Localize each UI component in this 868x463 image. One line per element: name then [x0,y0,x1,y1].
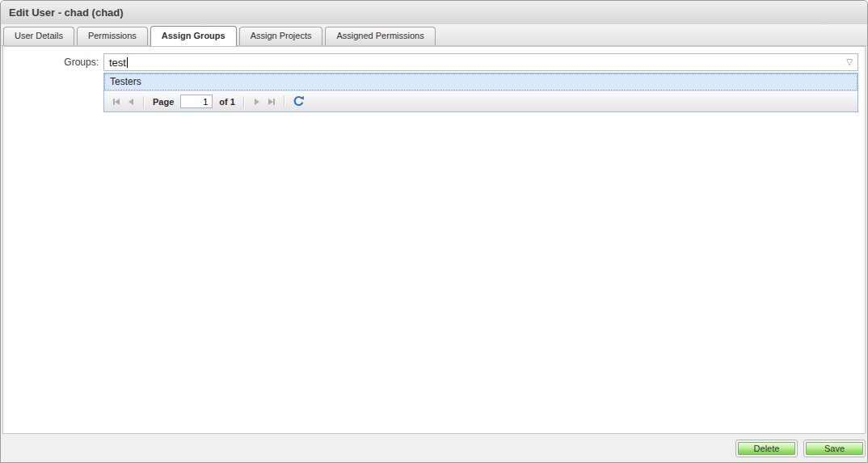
tab-assign-projects[interactable]: Assign Projects [239,27,323,45]
next-page-triangle [255,99,259,105]
groups-form-row: Groups: test ▽ Testers [3,53,865,112]
previous-page-triangle [129,99,133,105]
dropdown-arrow-icon[interactable]: ▽ [846,57,853,68]
window-footer: Delete Save [1,434,867,462]
delete-button[interactable]: Delete [735,440,798,457]
tab-strip: User Details Permissions Assign Groups A… [1,24,867,46]
dropdown-paging-toolbar: Page of 1 [104,90,857,112]
last-page-bar [273,99,275,105]
page-label: Page [150,97,177,107]
previous-page-icon[interactable] [124,95,138,109]
save-button[interactable]: Save [803,440,866,457]
toolbar-separator [143,96,145,107]
toolbar-separator [243,96,245,107]
dropdown-item-testers[interactable]: Testers [104,74,857,90]
groups-combobox: test ▽ Testers [103,53,858,112]
toolbar-separator [284,96,285,107]
tab-user-details[interactable]: User Details [3,27,74,45]
window-title: Edit User - chad (chad) [9,6,859,19]
refresh-icon[interactable] [292,95,306,109]
text-cursor [127,57,128,68]
page-of-label: of 1 [216,97,238,107]
tab-panel-assign-groups: Groups: test ▽ Testers [2,46,866,434]
last-page-icon[interactable] [264,95,279,109]
refresh-icon-glyph [293,95,305,107]
groups-combobox-value: test [109,57,126,69]
page-number-input[interactable] [180,95,213,108]
tab-permissions[interactable]: Permissions [77,27,148,45]
next-page-icon[interactable] [250,95,264,109]
window-header: Edit User - chad (chad) [1,1,867,24]
first-page-triangle [115,99,120,105]
groups-combobox-input[interactable]: test [103,53,858,71]
delete-button-label: Delete [738,442,795,455]
first-page-icon[interactable] [109,95,124,109]
edit-user-window: Edit User - chad (chad) User Details Per… [0,0,868,463]
save-button-label: Save [806,442,863,455]
tab-assign-groups[interactable]: Assign Groups [150,26,237,46]
groups-field-label: Groups: [3,53,103,71]
groups-dropdown-list: Testers Page of 1 [103,73,858,112]
tab-assigned-permissions[interactable]: Assigned Permissions [325,27,435,45]
